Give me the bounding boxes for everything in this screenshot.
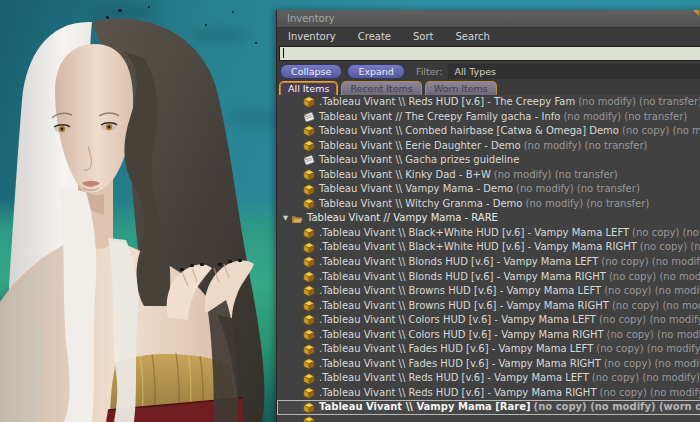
list-item[interactable]: ▼	[277, 415, 700, 422]
item-perms: (no modify) (no transfer)	[578, 95, 700, 110]
menu-inventory[interactable]: Inventory	[277, 31, 347, 42]
object-icon	[303, 169, 315, 181]
inventory-window: Inventory Inventory Create Sort Search C…	[276, 10, 700, 422]
object-icon	[303, 96, 315, 108]
tab-worn-items[interactable]: Worn Items	[425, 81, 497, 96]
text-caret	[283, 48, 284, 58]
item-perms: (no modify) (no transfer)	[525, 197, 649, 212]
list-item[interactable]: ▼ .Tableau Vivant	[277, 386, 700, 401]
search-row	[277, 44, 700, 62]
avatar-figure	[0, 0, 280, 422]
object-icon	[303, 271, 315, 283]
object-icon	[303, 402, 315, 414]
object-icon	[303, 140, 315, 152]
item-perms: (no modify) (no transfer)	[516, 182, 640, 197]
item-perms: (no copy) (no modify)	[604, 284, 700, 299]
list-item[interactable]: ▼ .Tableau Vivant	[277, 299, 700, 314]
object-icon	[303, 285, 315, 297]
list-item[interactable]: ▼ Tableau Vivant	[277, 211, 700, 226]
object-icon	[303, 242, 315, 254]
tab-recent-items[interactable]: Recent Items	[341, 81, 421, 96]
filter-toolbar: Collapse Expand Filter: All Types	[277, 62, 700, 81]
list-item[interactable]: ▼ .Tableau Vivant	[277, 270, 700, 285]
folder-icon	[291, 213, 303, 225]
item-name: .Tableau Vivant \\ Fades HUD [v.6] - Vam…	[319, 357, 601, 372]
item-name: Tableau Vivant \\ Combed hairbase [Catwa…	[319, 124, 619, 139]
menu-sort[interactable]: Sort	[402, 31, 445, 42]
item-name: Tableau Vivant // The Creepy Family gach…	[319, 110, 560, 125]
list-item[interactable]: ▼ .Tableau Vivant	[277, 226, 700, 241]
object-icon	[303, 227, 315, 239]
item-perms: (no copy) (no modify)	[592, 371, 700, 386]
list-item[interactable]: ▼ .Tableau Vivant	[277, 371, 700, 386]
item-perms: (no copy) (no modify)	[600, 386, 700, 401]
list-item[interactable]: ▼ Tableau Vivant	[277, 197, 700, 212]
list-item[interactable]: ▼ .Tableau Vivant	[277, 240, 700, 255]
tab-all-items[interactable]: All Items	[279, 81, 338, 96]
search-input[interactable]	[279, 46, 700, 61]
item-name: .Tableau Vivant \\ Reds HUD [v.6] - The …	[319, 95, 575, 110]
filter-label: Filter:	[416, 66, 443, 77]
list-item[interactable]: ▼ Tableau Vivant	[277, 153, 700, 168]
object-icon	[303, 198, 315, 210]
window-resize-mark	[693, 10, 699, 16]
object-icon	[303, 344, 315, 356]
object-icon	[303, 373, 315, 385]
item-perms: (no copy) (no modify)	[609, 270, 700, 285]
list-item[interactable]: ▼ .Tableau Vivant	[277, 342, 700, 357]
item-perms: (no modify) (no transfer)	[524, 139, 648, 154]
list-item[interactable]: ▼ Tableau Vivant	[277, 139, 700, 154]
list-item[interactable]: ▼ Tableau Vivant	[277, 182, 700, 197]
item-name: .Tableau Vivant \\ Black+White HUD [v.6]…	[319, 226, 629, 241]
list-item[interactable]: ▼ .Tableau Vivant	[277, 284, 700, 299]
window-titlebar[interactable]: Inventory	[277, 10, 700, 28]
list-item[interactable]: ▼ Tableau Vivant	[277, 168, 700, 183]
item-perms: (no copy) (no modify)	[599, 313, 700, 328]
object-icon	[303, 256, 315, 268]
item-name: Tableau Vivant \\ Kinky Dad - B+W	[319, 168, 491, 183]
list-item[interactable]: ▼ .Tableau Vivant	[277, 328, 700, 343]
list-item[interactable]: ▼ Tableau Vivant	[277, 400, 700, 415]
item-perms: (no modify) (no transfer)	[494, 168, 618, 183]
collapse-button[interactable]: Collapse	[280, 64, 342, 79]
expand-button[interactable]: Expand	[347, 64, 405, 79]
object-icon	[303, 358, 315, 370]
item-name: .Tableau Vivant \\ Black+White HUD [v.6]…	[319, 240, 637, 255]
list-item[interactable]: ▼ .Tableau Vivant	[277, 95, 700, 110]
item-perms: (no copy) (no modify)	[601, 255, 700, 270]
menu-search[interactable]: Search	[445, 31, 501, 42]
item-name: Tableau Vivant \\ Vampy Mama - Demo	[319, 182, 513, 197]
list-item[interactable]: ▼ .Tableau Vivant	[277, 313, 700, 328]
item-name: .Tableau Vivant \\ Reds HUD [v.6] - Vamp…	[319, 371, 589, 386]
object-icon	[303, 329, 315, 341]
list-item[interactable]: ▼ Tableau Vivant	[277, 124, 700, 139]
menu-create[interactable]: Create	[347, 31, 402, 42]
chevron-down-icon[interactable]: ▼	[281, 211, 290, 226]
filter-value[interactable]: All Types	[448, 64, 700, 79]
item-name: .Tableau Vivant \\ Browns HUD [v.6] - Va…	[319, 284, 601, 299]
object-icon	[303, 314, 315, 326]
item-name: Tableau Vivant \\ Gacha prizes guideline	[319, 153, 519, 168]
item-perms: (no copy) (no modify)	[640, 240, 700, 255]
item-name: Tableau Vivant \\ Eerie Daughter - Demo	[319, 139, 521, 154]
item-perms: (no modify) (no transfer)	[563, 110, 687, 125]
item-name: Tableau Vivant // Vampy Mama - RARE	[307, 211, 498, 226]
object-icon	[303, 300, 315, 312]
item-perms: (no copy) (no modify)	[612, 299, 700, 314]
item-perms: (no copy) (no modify)	[604, 357, 700, 372]
item-name: Tableau Vivant \\ Witchy Granma - Demo	[319, 197, 522, 212]
object-icon	[303, 184, 315, 196]
item-name: .Tableau Vivant \\ Fades HUD [v.6] - Vam…	[319, 342, 593, 357]
item-name: .Tableau Vivant \\ Colors HUD [v.6] - Va…	[319, 313, 596, 328]
tab-bar: All Items Recent Items Worn Items	[277, 81, 700, 96]
list-item[interactable]: ▼ .Tableau Vivant	[277, 357, 700, 372]
item-name: .Tableau Vivant \\ Browns HUD [v.6] - Va…	[319, 299, 609, 314]
list-item[interactable]: ▼ .Tableau Vivant	[277, 255, 700, 270]
list-item[interactable]: ▼ Tableau Vivant	[277, 110, 700, 125]
item-name: Tableau Vivant \\ Vampy Mama [Rare]	[319, 400, 531, 415]
notecard-icon	[303, 111, 315, 123]
item-name: .Tableau Vivant \\ Blonds HUD [v.6] - Va…	[319, 270, 606, 285]
item-name: .Tableau Vivant \\ Blonds HUD [v.6] - Va…	[319, 255, 598, 270]
object-icon	[303, 125, 315, 137]
item-name: .Tableau Vivant \\ Colors HUD [v.6] - Va…	[319, 328, 604, 343]
